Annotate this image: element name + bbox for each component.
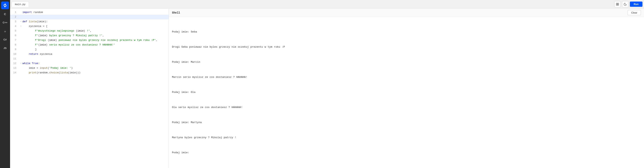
line-num-13: 13 [10, 66, 19, 70]
shell-output-line-5: Podaj imie: Ola [172, 90, 641, 95]
code-line-2: 2 ​ [10, 15, 169, 19]
line-num-11: 11 [10, 56, 19, 61]
svg-rect-1 [618, 3, 619, 4]
line-content-3: def lista(imie): [22, 19, 169, 24]
code-line-1: 1 import random [10, 10, 169, 15]
line-content-7: f'Drogi {imie} poniewaz nie byles grzecz… [22, 38, 169, 42]
line-content-1: import random [22, 10, 169, 15]
sidebar-icon-cpp[interactable]: C++ [1, 18, 9, 26]
code-line-11: 11 ​ [10, 56, 169, 61]
line-num-14: 14 [10, 70, 19, 75]
code-line-6: 6 f'{imie} byles grzeczny ? Mikolaj patr… [10, 33, 169, 38]
line-num-8: 8 [10, 42, 19, 47]
shell-output-line-9: Podaj imie: [172, 150, 641, 155]
shell-output-line-8: Martyna byles grzeczny ? Mikolaj patrzy … [172, 135, 641, 140]
tab-main-py[interactable]: main.py [12, 2, 29, 7]
code-line-10: 10 return zyczenia [10, 52, 169, 56]
line-num-10: 10 [10, 52, 19, 56]
line-content-4: zyczenia = [ [22, 24, 169, 29]
line-num-6: 6 [10, 33, 19, 38]
sidebar: C C++ ☕ C# JS [0, 0, 10, 168]
line-content-12: while True: [22, 61, 169, 66]
code-line-9: 9 ] [10, 47, 169, 52]
editor-pane: 1 import random 2 ​ 3 ▾ def lista(imie): [10, 8, 169, 168]
sidebar-icon-java[interactable]: ☕ [1, 27, 9, 35]
sidebar-icon-python[interactable] [1, 2, 9, 9]
line-content-10: return zyczenia [22, 52, 169, 56]
line-content-11: ​ [22, 56, 169, 61]
line-content-9: ] [22, 47, 169, 52]
code-line-12: 12 ▾ while True: [10, 61, 169, 66]
line-num-1: 1 [10, 10, 19, 15]
code-line-7: 7 f'Drogi {imie} poniewaz nie byles grze… [10, 38, 169, 42]
shell-output-line-2: Drogi Seba poniewaz nie byles grzeczy ni… [172, 44, 641, 50]
shell-output-line-3: Podaj imie: Marcin [172, 60, 641, 65]
code-line-5: 5 f'Wszystkiego najlepszego {imie} !', [10, 29, 169, 33]
clear-button[interactable]: Clear [628, 10, 641, 15]
run-button[interactable]: Run [630, 2, 642, 7]
main-area: main.py Run 1 import [10, 0, 644, 168]
line-num-3: 3 [10, 19, 19, 24]
code-line-14: 14 print(random.choice(lista(imie))) [10, 70, 169, 75]
line-content-6: f'{imie} byles grzeczny ? Mikolaj patrzy… [22, 33, 169, 38]
line-num-12: 12 [10, 61, 19, 66]
shell-output-line-4: Marcin serio myslisz ze cos dostaniesz ?… [172, 75, 641, 80]
svg-rect-0 [616, 3, 617, 4]
moon-button[interactable] [622, 1, 628, 7]
shell-output-line-7: Podaj imie: Martyna [172, 120, 641, 125]
line-content-14: print(random.choice(lista(imie))) [22, 70, 169, 75]
code-area[interactable]: 1 import random 2 ​ 3 ▾ def lista(imie): [10, 8, 169, 168]
shell-output[interactable]: Podaj imie: Seba Drogi Seba poniewaz nie… [169, 17, 644, 168]
shell-header: Shell Clear [169, 8, 644, 17]
tab-bar: main.py Run [10, 0, 644, 8]
line-num-5: 5 [10, 29, 19, 33]
svg-rect-3 [618, 4, 619, 6]
line-content-5: f'Wszystkiego najlepszego {imie} !', [22, 29, 169, 33]
sidebar-icon-csharp[interactable]: C# [1, 36, 9, 43]
shell-output-line-6: Ola serio myslisz ze cos dostaniesz ? HA… [172, 105, 641, 110]
line-content-8: f'{imie} serio myslisz ze cos dostaniesz… [22, 42, 169, 47]
sidebar-icon-c[interactable]: C [1, 10, 9, 18]
code-line-13: 13 imie = input('Podaj imie: ') [10, 66, 169, 70]
line-num-9: 9 [10, 47, 19, 52]
expand-button[interactable] [614, 1, 620, 7]
line-num-2: 2 [10, 15, 19, 19]
svg-rect-2 [616, 4, 617, 6]
shell-title: Shell [172, 11, 180, 14]
panes: 1 import random 2 ​ 3 ▾ def lista(imie): [10, 8, 644, 168]
code-line-3: 3 ▾ def lista(imie): [10, 19, 169, 24]
line-content-13: imie = input('Podaj imie: ') [22, 66, 169, 70]
line-content-2: ​ [22, 15, 169, 19]
shell-output-line-1: Podaj imie: Seba [172, 30, 641, 34]
shell-pane: Shell Clear Podaj imie: Seba Drogi Seba … [169, 8, 644, 168]
code-line-8: 8 f'{imie} serio myslisz ze cos dostanie… [10, 42, 169, 47]
sidebar-icon-js[interactable]: JS [1, 44, 9, 52]
line-num-4: 4 [10, 24, 19, 29]
code-line-4: 4 ▾ zyczenia = [ [10, 24, 169, 29]
line-num-7: 7 [10, 38, 19, 42]
